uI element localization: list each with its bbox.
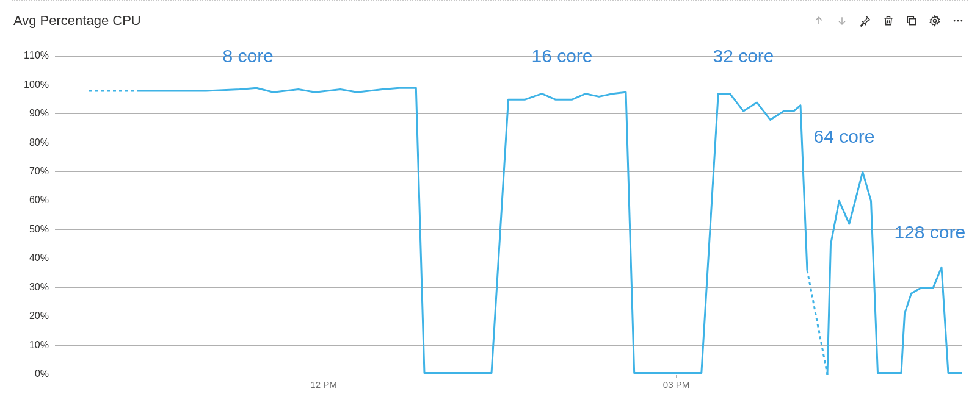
- more-button[interactable]: [949, 12, 967, 29]
- panel-header: Avg Percentage CPU: [0, 7, 980, 34]
- y-tick-label: 10%: [29, 340, 49, 350]
- chart-annotation: 128 core: [894, 222, 965, 242]
- cpu-series: [827, 172, 962, 375]
- y-tick-label: 20%: [29, 310, 49, 321]
- settings-button[interactable]: [926, 12, 943, 29]
- x-tick-label: 03 PM: [663, 379, 689, 390]
- move-down-button[interactable]: [833, 12, 851, 29]
- y-tick-label: 60%: [29, 195, 49, 205]
- y-tick-label: 90%: [29, 108, 49, 118]
- chart-area: 0%10%20%30%40%50%60%70%80%90%100%110%12 …: [12, 49, 968, 399]
- y-tick-label: 0%: [35, 368, 49, 379]
- header-divider: [11, 38, 969, 38]
- svg-rect-0: [910, 19, 916, 25]
- cpu-series: [807, 270, 827, 375]
- metrics-panel: Avg Percentage CPU: [0, 0, 980, 405]
- svg-point-4: [960, 20, 962, 22]
- y-tick-label: 30%: [29, 282, 49, 292]
- pin-button[interactable]: [857, 12, 874, 29]
- chart-annotation: 16 core: [531, 49, 592, 65]
- y-tick-label: 40%: [29, 253, 49, 263]
- panel-title: Avg Percentage CPU: [13, 13, 141, 29]
- line-chart: 0%10%20%30%40%50%60%70%80%90%100%110%12 …: [12, 49, 968, 399]
- svg-point-1: [934, 20, 937, 23]
- cpu-series: [139, 88, 808, 373]
- y-tick-label: 110%: [24, 50, 49, 60]
- y-tick-label: 80%: [29, 137, 49, 148]
- y-tick-label: 50%: [29, 224, 49, 234]
- y-tick-label: 100%: [24, 79, 49, 90]
- panel-top-divider: [12, 0, 968, 1]
- chart-annotation: 64 core: [813, 126, 874, 146]
- chart-annotation: 32 core: [713, 49, 774, 65]
- svg-point-3: [957, 20, 959, 22]
- y-tick-label: 70%: [29, 166, 49, 176]
- delete-button[interactable]: [880, 12, 897, 29]
- x-tick-label: 12 PM: [310, 379, 336, 390]
- clone-button[interactable]: [903, 12, 920, 29]
- svg-point-2: [954, 20, 956, 22]
- panel-toolbar: [810, 12, 967, 29]
- chart-annotation: 8 core: [223, 49, 274, 65]
- move-up-button[interactable]: [810, 12, 827, 29]
